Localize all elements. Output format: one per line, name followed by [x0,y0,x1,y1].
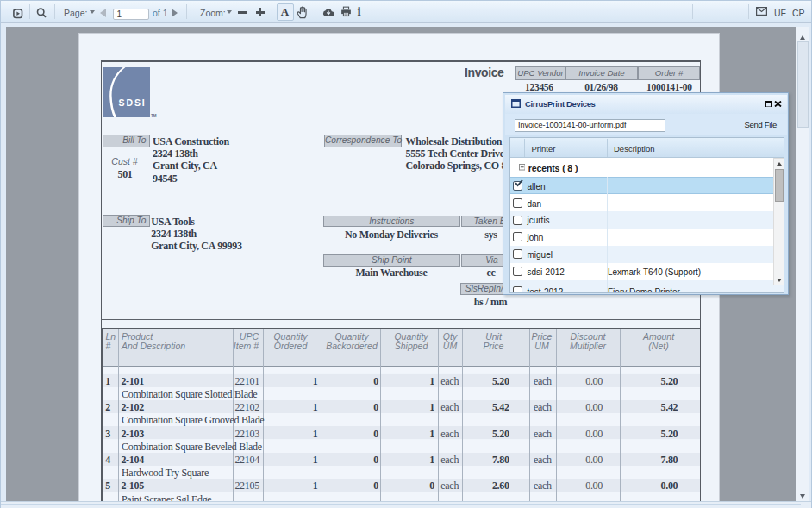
svg-text:SDSI: SDSI [119,97,147,107]
